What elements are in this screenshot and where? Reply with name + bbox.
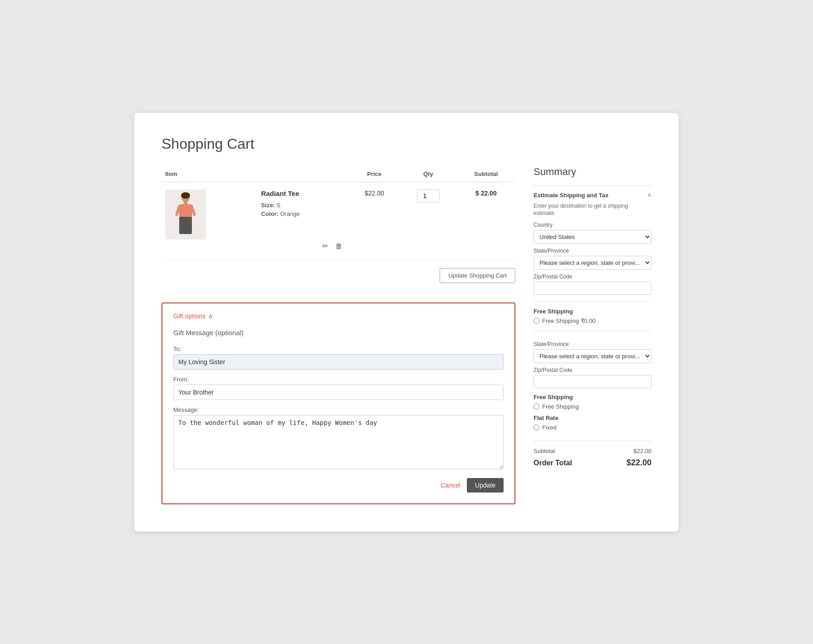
qty-input[interactable]	[417, 190, 440, 202]
gift-message-title: Gift Message (optional)	[173, 329, 504, 337]
estimate-shipping-section: Estimate Shipping and Tax ∧ Enter your d…	[534, 185, 651, 302]
order-total-value: $22.00	[627, 458, 651, 468]
estimate-shipping-header[interactable]: Estimate Shipping and Tax ∧	[534, 192, 651, 199]
gift-options-header[interactable]: Gift options ∧	[173, 312, 504, 320]
estimate-shipping-desc: Enter your destination to get a shipping…	[534, 202, 651, 218]
free-shipping-label-2: Free Shipping	[542, 403, 579, 410]
edit-item-button[interactable]: ✏	[319, 240, 331, 252]
state-label-2: State/Province	[534, 341, 651, 347]
to-label: To:	[173, 346, 504, 352]
from-field-group: From:	[173, 376, 504, 400]
state-select-2[interactable]: Please select a region, state or provi..…	[534, 349, 651, 363]
to-field-group: To:	[173, 346, 504, 370]
update-gift-button[interactable]: Update	[467, 478, 504, 493]
summary-title: Summary	[534, 166, 651, 178]
summary-panel: Summary Estimate Shipping and Tax ∧ Ente…	[534, 166, 651, 468]
state-section-2: State/Province Please select a region, s…	[534, 331, 651, 437]
page-title: Shopping Cart	[162, 136, 651, 152]
subtotal-label: Subtotal	[534, 448, 555, 454]
message-label: Message:	[173, 406, 504, 413]
color-value: Orange	[280, 210, 300, 217]
zip-input-1[interactable]	[534, 282, 651, 295]
color-label: Color:	[261, 210, 280, 217]
cart-actions: Update Shopping Cart	[162, 260, 515, 292]
main-layout: Item Price Qty Subtotal	[162, 166, 651, 504]
product-info-cell: Radiant Tee Size: S Color: Orange	[253, 182, 349, 259]
svg-point-5	[176, 213, 178, 216]
product-image-cell	[162, 182, 253, 259]
country-label: Country	[534, 222, 651, 228]
col-price: Price	[349, 166, 400, 182]
col-subtotal: Subtotal	[457, 166, 515, 182]
estimate-shipping-title: Estimate Shipping and Tax	[534, 192, 608, 199]
free-shipping-label-1: Free Shipping ₹0.00	[542, 317, 596, 324]
message-field-group: Message: To the wonderful woman of my li…	[173, 406, 504, 471]
col-qty: Qty	[400, 166, 457, 182]
free-shipping-radio-2[interactable]	[534, 404, 539, 410]
order-total-label: Order Total	[534, 459, 572, 467]
gift-form-actions: Cancel Update	[173, 478, 504, 493]
qty-cell	[400, 182, 457, 259]
flat-rate-label: Fixed	[542, 424, 557, 431]
zip-label-2: Zip/Postal Code	[534, 367, 651, 373]
estimate-shipping-chevron: ∧	[647, 192, 651, 198]
cart-section: Item Price Qty Subtotal	[162, 166, 515, 504]
svg-point-1	[181, 192, 190, 199]
free-shipping-option-1[interactable]: Free Shipping ₹0.00	[534, 317, 651, 324]
update-cart-button[interactable]: Update Shopping Cart	[440, 268, 515, 283]
subtotal-row: Subtotal $22.00	[534, 448, 651, 454]
col-item: Item	[162, 166, 253, 182]
col-empty	[253, 166, 349, 182]
page-container: Shopping Cart Item Price Qty Subtotal	[134, 113, 679, 532]
free-shipping-title-1: Free Shipping	[534, 308, 651, 315]
zip-input-2[interactable]	[534, 375, 651, 388]
svg-point-6	[193, 213, 196, 216]
size-label: Size:	[261, 202, 277, 209]
message-textarea[interactable]: To the wonderful woman of my life, Happy…	[173, 415, 504, 469]
delete-item-button[interactable]: 🗑	[333, 240, 345, 252]
cancel-button[interactable]: Cancel	[441, 482, 460, 489]
to-input[interactable]	[173, 354, 504, 370]
gift-options-label: Gift options	[173, 312, 206, 320]
product-size: Size: S	[261, 202, 346, 209]
table-row: Radiant Tee Size: S Color: Orange	[162, 182, 515, 259]
from-input[interactable]	[173, 385, 504, 400]
product-info: Radiant Tee Size: S Color: Orange	[257, 190, 346, 217]
flat-rate-option[interactable]: Fixed	[534, 424, 651, 431]
subtotal-value: $22.00	[633, 448, 651, 454]
price-cell: $22.00	[349, 182, 400, 259]
order-total-row: Order Total $22.00	[534, 458, 651, 468]
product-image	[165, 190, 206, 239]
size-value: S	[277, 202, 281, 209]
summary-totals: Subtotal $22.00 Order Total $22.00	[534, 441, 651, 468]
product-color: Color: Orange	[261, 210, 346, 217]
from-label: From:	[173, 376, 504, 383]
subtotal-cell: $ 22.00	[457, 182, 515, 259]
gift-options-section: Gift options ∧ Gift Message (optional) T…	[162, 302, 515, 504]
product-name: Radiant Tee	[261, 190, 346, 197]
flat-rate-title: Flat Rate	[534, 415, 651, 421]
free-shipping-section-1: Free Shipping Free Shipping ₹0.00	[534, 301, 651, 331]
state-select-1[interactable]: Please select a region, state or provi..…	[534, 256, 651, 270]
free-shipping-title-2: Free Shipping	[534, 394, 651, 400]
gift-options-chevron: ∧	[208, 312, 213, 320]
country-select[interactable]: United States	[534, 230, 651, 244]
free-shipping-radio-1[interactable]	[534, 318, 539, 324]
cart-table: Item Price Qty Subtotal	[162, 166, 515, 260]
free-shipping-option-2[interactable]: Free Shipping	[534, 403, 651, 410]
zip-label-1: Zip/Postal Code	[534, 273, 651, 280]
state-label-1: State/Province	[534, 248, 651, 254]
flat-rate-radio[interactable]	[534, 424, 539, 430]
